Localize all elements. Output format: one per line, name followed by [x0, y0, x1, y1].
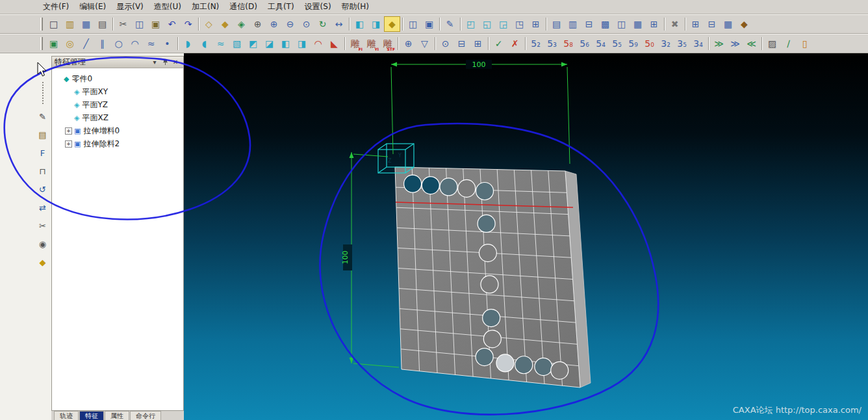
surface-revolve-icon[interactable]: ◗	[180, 36, 196, 51]
weld-icon[interactable]: ◉	[36, 237, 50, 251]
menu-settings[interactable]: 设置(S)	[300, 0, 337, 14]
cam-pocket-icon[interactable]: ⊟	[453, 36, 470, 51]
tool-magazine-icon[interactable]: ▯	[797, 36, 813, 51]
simulate-icon[interactable]: ≫	[711, 36, 727, 51]
lamp-icon[interactable]: ◆	[36, 255, 50, 269]
menu-tools[interactable]: 工具(T)	[262, 0, 300, 14]
tree-item-part0[interactable]: ◆ 零件0	[55, 72, 181, 85]
menu-help[interactable]: 帮助(H)	[337, 0, 374, 14]
boolean-union-icon[interactable]: ◰	[463, 16, 479, 32]
separator[interactable]	[523, 36, 528, 51]
tree-item-extrude-add-0[interactable]: + ▣ 拉伸增料0	[65, 124, 181, 137]
engrave-stf-icon[interactable]: 雕 STF	[379, 36, 396, 51]
groove-5axis-0-icon[interactable]: 5₀	[641, 36, 657, 51]
simulate-back-icon[interactable]: ≪	[743, 36, 760, 51]
undo-icon[interactable]: ↶	[164, 16, 180, 32]
report-icon[interactable]: ▦	[720, 16, 736, 32]
part-library-icon[interactable]: ⊞	[528, 16, 544, 32]
cam-locate-icon[interactable]: ⊕	[400, 36, 416, 51]
cut-icon[interactable]: ✂	[115, 16, 131, 32]
separator[interactable]	[706, 36, 711, 51]
rough-5axis-3-icon[interactable]: 5₃	[544, 36, 560, 51]
menu-view[interactable]: 显示(V)	[111, 0, 149, 14]
view-iso-icon[interactable]: ◧	[351, 16, 368, 32]
groove-5axis-9-icon[interactable]: 5₉	[625, 36, 641, 51]
boolean-subtract-icon[interactable]: ◱	[479, 16, 495, 32]
formula-curve-icon[interactable]: ◎	[62, 36, 78, 51]
spline-tool-icon[interactable]: ≈	[143, 36, 159, 51]
expand-icon[interactable]: +	[65, 140, 72, 148]
surface-mesh-icon[interactable]: ▧	[229, 36, 245, 51]
mill-3axis-2-icon[interactable]: 3₂	[657, 36, 674, 51]
mill-3axis-5-icon[interactable]: 3₅	[674, 36, 690, 51]
shaded-display-icon[interactable]: ◈	[233, 16, 249, 32]
separator[interactable]	[683, 16, 687, 32]
paste-feature-icon[interactable]: ▣	[421, 16, 437, 32]
cam-stock-icon[interactable]: ▽	[416, 36, 433, 51]
point-tool-icon[interactable]: •	[159, 36, 175, 51]
separator[interactable]	[544, 16, 548, 32]
layer-2-icon[interactable]: ▥	[565, 16, 581, 32]
notebook-icon[interactable]: ▤	[36, 127, 50, 142]
layer-6-icon[interactable]: ▦	[630, 16, 646, 32]
redo-icon[interactable]: ↷	[180, 16, 196, 32]
engrave-yi-icon[interactable]: 雕 YI	[363, 36, 379, 51]
parallel-line-icon[interactable]: ∥	[94, 36, 110, 51]
zoom-window-icon[interactable]: ⊙	[298, 16, 314, 32]
toolbar-grip[interactable]	[40, 37, 43, 50]
arc-tool-icon[interactable]: ◠	[127, 36, 143, 51]
paste-icon[interactable]: ▣	[147, 16, 164, 32]
cam-drill-icon[interactable]: ⊙	[437, 36, 453, 51]
chamfer-icon[interactable]: ◣	[326, 36, 342, 51]
copy-icon[interactable]: ◫	[131, 16, 147, 32]
check-pass-icon[interactable]: ✓	[491, 36, 507, 51]
finish-5axis-8-icon[interactable]: 5₈	[560, 36, 576, 51]
separator[interactable]	[458, 16, 463, 32]
toolbar-grip[interactable]	[40, 18, 43, 31]
tree-item-plane-yz[interactable]: ◈ 平面YZ	[65, 98, 181, 111]
tab-command[interactable]: 命令行	[130, 411, 161, 420]
fillet-icon[interactable]: ◠	[310, 36, 326, 51]
separator[interactable]	[175, 36, 180, 51]
format-brush-icon[interactable]: ✎	[442, 16, 458, 32]
check-fail-icon[interactable]: ✗	[507, 36, 523, 51]
layer-1-icon[interactable]: ▤	[548, 16, 565, 32]
table-icon[interactable]: ⊞	[687, 16, 704, 32]
expand-icon[interactable]: +	[65, 127, 72, 135]
zoom-dynamic-icon[interactable]: ⊕	[249, 16, 266, 32]
menu-communication[interactable]: 通信(D)	[224, 0, 262, 14]
zoom-in-icon[interactable]: ⊕	[266, 16, 282, 32]
menu-file[interactable]: 文件(F)	[38, 0, 74, 14]
revolve-boss-icon[interactable]: ◪	[261, 36, 277, 51]
f-function-icon[interactable]: F	[36, 146, 50, 160]
part-link-icon[interactable]: ◳	[511, 16, 528, 32]
extrude-boss-icon[interactable]: ◩	[245, 36, 261, 51]
mill-3axis-4-icon[interactable]: 3₄	[690, 36, 706, 51]
render-active-icon[interactable]: ◆	[384, 16, 400, 32]
separator[interactable]	[110, 16, 115, 32]
tool-setting-icon[interactable]: ◆	[736, 16, 752, 32]
finish-5axis-5-icon[interactable]: 5₅	[609, 36, 625, 51]
circle-tool-icon[interactable]: ○	[110, 36, 127, 51]
separator[interactable]	[433, 36, 437, 51]
layer-4-icon[interactable]: ▩	[597, 16, 613, 32]
separator[interactable]	[347, 16, 351, 32]
post-process-icon[interactable]: ∕	[780, 36, 797, 51]
open-file-icon[interactable]: ▥	[62, 16, 78, 32]
chevron-down-icon[interactable]: ▾	[149, 58, 160, 67]
tab-trajectory[interactable]: 轨迹	[54, 411, 79, 420]
panel-titlebar[interactable]: 特征管理 ▾ ✕	[52, 57, 183, 68]
wireframe-display-icon[interactable]: ◇	[201, 16, 217, 32]
zoom-out-icon[interactable]: ⊖	[282, 16, 298, 32]
separator[interactable]	[486, 36, 491, 51]
separator[interactable]	[662, 16, 667, 32]
tab-feature[interactable]: 特征	[79, 411, 104, 420]
separator[interactable]	[760, 36, 764, 51]
viewport-3d[interactable]: CAXA论坛 http://top.caxa.com/	[184, 53, 868, 420]
tree-item-plane-xy[interactable]: ◈ 平面XY	[65, 85, 181, 98]
tab-properties[interactable]: 属性	[105, 411, 129, 420]
separator[interactable]	[396, 36, 400, 51]
copy-feature-icon[interactable]: ◫	[405, 16, 421, 32]
loft-boss-icon[interactable]: ◧	[277, 36, 294, 51]
print-icon[interactable]: ▤	[94, 16, 110, 32]
